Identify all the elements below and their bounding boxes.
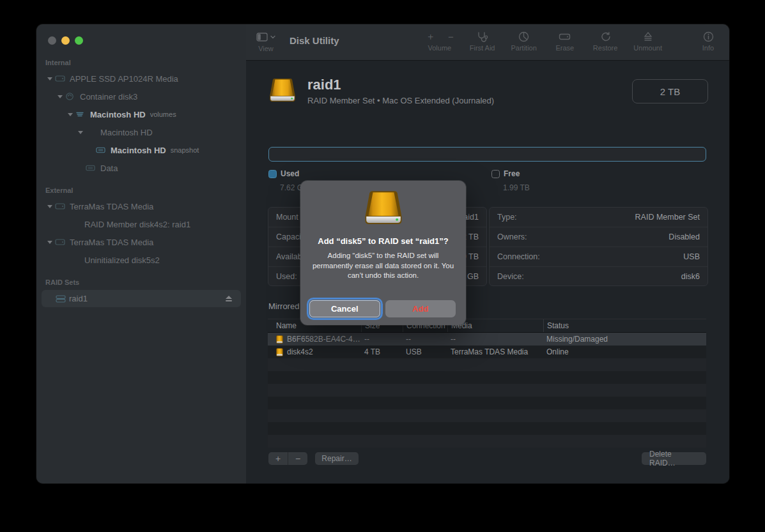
legend-free: Free 1.99 TB: [491, 169, 530, 192]
sidebar-item-terramas-1[interactable]: TerraMas TDAS Media: [36, 199, 242, 214]
add-member-button[interactable]: +: [268, 452, 288, 465]
empty-row: [268, 397, 706, 409]
sidebar-item-macintosh-hd-volume[interactable]: Macintosh HD volumes: [36, 107, 242, 122]
info-row: Connection:USB: [490, 247, 707, 266]
table-row[interactable]: B6F6582B-EA4C-4… -- -- -- Missing/Damage…: [268, 333, 706, 346]
empty-row: [268, 422, 706, 435]
repair-button[interactable]: Repair…: [315, 452, 359, 465]
members-heading: Mirrored: [268, 301, 299, 311]
restore-button[interactable]: Restore: [593, 29, 618, 52]
remove-member-button[interactable]: −: [288, 452, 307, 465]
member-drive-icon: [276, 335, 283, 344]
unmount-icon: [642, 32, 654, 42]
chevron-down-icon[interactable]: [45, 241, 55, 244]
info-icon: [703, 31, 714, 42]
snapshot-icon: [96, 146, 109, 154]
sidebar-item-terramas-2[interactable]: TerraMas TDAS Media: [36, 234, 242, 250]
partition-button[interactable]: Partition: [511, 29, 536, 52]
dialog-title: Add “disk5” to RAID set “raid1”?: [309, 236, 457, 246]
chevron-down-icon: [270, 35, 275, 39]
plus-icon[interactable]: ＋: [426, 31, 435, 43]
device-title: raid1: [307, 77, 494, 93]
chevron-down-icon[interactable]: [75, 131, 86, 134]
chevron-down-icon[interactable]: [45, 205, 55, 208]
table-footer: + − Repair… Delete RAID…: [268, 452, 706, 465]
minus-icon[interactable]: −: [448, 31, 454, 42]
traffic-lights: [48, 36, 83, 45]
volume-role-badge: volumes: [150, 110, 176, 118]
device-subtitle: RAID Member Set • Mac OS Extended (Journ…: [307, 96, 494, 105]
raid-icon: [56, 295, 66, 303]
snapshot-badge: snapshot: [171, 146, 199, 154]
chevron-down-icon[interactable]: [45, 77, 55, 80]
first-aid-button[interactable]: First Aid: [470, 29, 495, 52]
empty-row: [268, 409, 706, 422]
container-icon: [65, 92, 78, 101]
empty-row: [268, 435, 706, 448]
view-button[interactable]: View: [256, 31, 275, 52]
empty-row: [268, 358, 706, 371]
empty-row: [268, 384, 706, 397]
drive-icon-large: [362, 190, 405, 228]
restore-icon: [600, 31, 611, 42]
raid-drive-icon: [268, 76, 297, 107]
sidebar-item-uninitialized-disk5s2[interactable]: Uninitialized disk5s2: [36, 252, 242, 268]
screen: Internal APPLE SSD AP1024R Media Contain…: [0, 0, 765, 532]
volume-icon: [75, 110, 88, 118]
app-title: Disk Utility: [290, 35, 339, 46]
partition-icon: [518, 31, 529, 42]
chevron-down-icon[interactable]: [65, 113, 75, 116]
col-status[interactable]: Status: [543, 319, 706, 332]
volume-icon: [86, 164, 98, 172]
sidebar: Internal APPLE SSD AP1024R Media Contain…: [36, 24, 246, 483]
sidebar-item-macintosh-hd[interactable]: Macintosh HD: [36, 125, 242, 140]
table-row[interactable]: disk4s2 4 TB USB TerraMas TDAS Media Onl…: [268, 346, 706, 358]
capacity-bar: [268, 147, 706, 162]
info-row: Type:RAID Member Set: [490, 208, 707, 227]
size-badge: 2 TB: [632, 79, 708, 103]
free-swatch: [491, 170, 500, 178]
used-swatch: [268, 170, 277, 178]
add-disk-dialog: Add “disk5” to RAID set “raid1”? Adding …: [300, 181, 466, 325]
erase-icon: [559, 32, 571, 42]
section-label-raid-sets: RAID Sets: [45, 278, 79, 286]
free-value: 1.99 TB: [503, 183, 530, 192]
section-label-internal: Internal: [45, 59, 71, 66]
toolbar-buttons: ＋− Volume First Aid Partition Erase: [426, 29, 720, 52]
volume-button[interactable]: ＋− Volume: [426, 29, 454, 52]
device-header: raid1 RAID Member Set • Mac OS Extended …: [268, 72, 708, 110]
toolbar: View Disk Utility ＋− Volume First Aid Pa…: [246, 24, 729, 61]
info-button[interactable]: Info: [696, 29, 720, 52]
section-label-external: External: [45, 186, 73, 194]
eject-icon[interactable]: [226, 296, 232, 301]
sidebar-item-raid-member-disk4s2[interactable]: RAID Member disk4s2: raid1: [36, 217, 242, 232]
sidebar-item-data[interactable]: Data: [36, 160, 242, 176]
empty-row: [268, 371, 706, 384]
chevron-down-icon[interactable]: [55, 95, 65, 98]
sidebar-view-icon: [256, 33, 268, 42]
info-box-right: Type:RAID Member Set Owners:Disabled Con…: [489, 207, 708, 286]
first-aid-icon: [477, 31, 488, 42]
sidebar-item-raid1-selected[interactable]: raid1: [42, 290, 241, 307]
confirm-add-button[interactable]: Add: [385, 300, 456, 317]
close-button[interactable]: [48, 36, 56, 45]
member-drive-icon: [276, 348, 283, 356]
add-remove-segment: + −: [268, 452, 307, 465]
members-table: Name Size Connection Media Status B6F658…: [268, 319, 706, 448]
info-row: Owners:Disabled: [490, 227, 707, 247]
erase-button[interactable]: Erase: [553, 29, 577, 52]
info-row: Device:disk6: [490, 266, 707, 286]
unmount-button[interactable]: Unmount: [633, 29, 662, 52]
dialog-body: Adding “disk5” to the RAID set will perm…: [300, 251, 466, 281]
delete-raid-button[interactable]: Delete RAID…: [642, 452, 706, 465]
drive-icon: [55, 202, 68, 210]
sidebar-item-container-disk3[interactable]: Container disk3: [36, 89, 242, 104]
cancel-button[interactable]: Cancel: [309, 300, 380, 317]
sidebar-item-apple-ssd[interactable]: APPLE SSD AP1024R Media: [36, 71, 242, 86]
minimize-button[interactable]: [61, 36, 70, 45]
drive-icon: [55, 75, 68, 82]
drive-icon: [55, 238, 68, 246]
zoom-button[interactable]: [75, 36, 83, 45]
sidebar-item-macintosh-hd-snapshot[interactable]: Macintosh HD snapshot: [36, 142, 242, 158]
